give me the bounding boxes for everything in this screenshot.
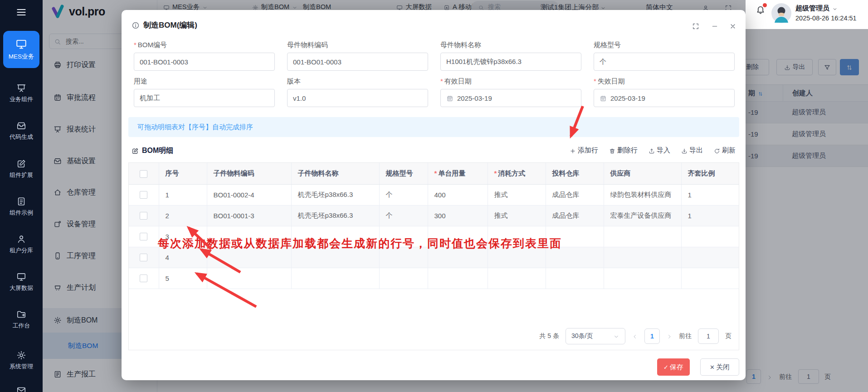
- rail-item-mes-business[interactable]: MES业务: [3, 31, 39, 68]
- next-page-icon[interactable]: [666, 333, 673, 340]
- rail-item-label: 组件扩展: [0, 171, 43, 179]
- page-size-select[interactable]: 30条/页: [566, 328, 625, 344]
- drag-sort-tip-text: 可拖动明细表对【序号】自动完成排序: [137, 123, 253, 132]
- effective-date-value: 2025-03-19: [457, 94, 492, 102]
- col-supplier: 供应商: [604, 163, 681, 184]
- page-size-value: 30条/页: [571, 332, 593, 340]
- goto-page-input[interactable]: [698, 328, 719, 344]
- import-icon: [649, 147, 655, 154]
- usage-field: [134, 89, 275, 107]
- collapse-menu-icon[interactable]: [15, 6, 27, 18]
- notification-dot: [763, 3, 767, 7]
- refresh-button[interactable]: 刷新: [714, 146, 736, 155]
- parent-name-input[interactable]: [441, 53, 581, 70]
- field-label-spec: 规格型号: [594, 41, 621, 49]
- col-child-code: 子件物料编码: [207, 163, 291, 184]
- field-label-parent-name: 母件物料名称: [440, 41, 481, 49]
- parent-code-field: [287, 53, 428, 71]
- rail-item-label: MES业务: [9, 53, 34, 61]
- effective-date-picker[interactable]: 2025-03-19: [440, 89, 581, 107]
- page-number[interactable]: 1: [644, 328, 660, 344]
- version-input[interactable]: [288, 89, 428, 107]
- bom-detail-title-text: BOM明细: [142, 146, 173, 156]
- table-row[interactable]: 5: [129, 268, 739, 289]
- import-label: 导入: [657, 146, 670, 155]
- dialog-title: 制造BOM(编辑): [132, 20, 197, 30]
- row-select-cell: [129, 184, 159, 205]
- col-kit-ratio: 齐套比例: [681, 163, 739, 184]
- expiry-date-value: 2025-03-19: [610, 94, 645, 102]
- usage-input[interactable]: [134, 89, 274, 107]
- export-button[interactable]: 导出: [681, 146, 703, 155]
- delete-row-button[interactable]: 删除行: [609, 146, 638, 155]
- col-consume-mode: *消耗方式: [488, 163, 546, 184]
- chevron-down-icon: [832, 5, 838, 12]
- annotation-text: 每次添加数据或从数据库加载都会生成新的行号，同时值也会保存到表里面: [158, 236, 562, 251]
- detail-pagination: 共 5 条 30条/页 1 前往 页: [539, 328, 731, 344]
- rail-item-code-generation[interactable]: 代码生成: [0, 121, 43, 141]
- refresh-icon: [714, 147, 720, 154]
- trash-icon: [609, 147, 615, 154]
- col-seq: 序号: [159, 163, 207, 184]
- table-row[interactable]: 1BO01-0002-4 机壳毛坯p38x66.3个 400推式 成品仓库绿韵包…: [129, 184, 739, 205]
- close-icon[interactable]: [729, 22, 736, 30]
- field-label-parent-code: 母件物料编码: [287, 41, 328, 49]
- export-label: 导出: [689, 146, 703, 155]
- export-icon: [681, 147, 688, 154]
- dialog-title-text: 制造BOM(编辑): [143, 20, 197, 30]
- row-checkbox[interactable]: [140, 233, 147, 240]
- bom-no-input[interactable]: [134, 53, 274, 70]
- plus-icon: [570, 147, 576, 154]
- rail-item-label: 系统管理: [0, 363, 43, 371]
- parent-code-input[interactable]: [288, 53, 428, 70]
- rail-item-mail[interactable]: [0, 386, 43, 392]
- col-warehouse: 投料仓库: [546, 163, 604, 184]
- rail-item-label: 业务组件: [0, 95, 43, 103]
- add-row-label: 添加行: [578, 146, 598, 155]
- total-count: 共 5 条: [539, 332, 559, 340]
- delete-row-label: 删除行: [617, 146, 638, 155]
- save-button[interactable]: ✓保存: [657, 358, 690, 376]
- rail-item-system-management[interactable]: 系统管理: [0, 350, 43, 371]
- import-button[interactable]: 导入: [649, 146, 670, 155]
- select-all-checkbox[interactable]: [140, 170, 147, 178]
- rail-item-component-examples[interactable]: 组件示例: [0, 196, 43, 217]
- row-checkbox[interactable]: [140, 254, 147, 261]
- rail-item-tenant-db[interactable]: 租户分库: [0, 234, 43, 255]
- expiry-date-picker[interactable]: 2025-03-19: [594, 89, 735, 107]
- row-checkbox[interactable]: [140, 212, 147, 220]
- table-header-row: 序号 子件物料编码 子件物料名称 规格型号 *单台用量 *消耗方式 投料仓库 供…: [129, 163, 739, 184]
- gear-icon: [16, 351, 26, 358]
- rail-item-big-screen-data[interactable]: 大屏数据: [0, 272, 43, 292]
- rail-item-workbench[interactable]: 工作台: [0, 309, 43, 330]
- close-button[interactable]: ✕关闭: [700, 358, 739, 376]
- app-root: MES业务 业务组件 代码生成 组件扩展 组件示例 租户分库 大屏数据 工作台: [0, 0, 868, 392]
- minimize-icon[interactable]: [711, 22, 718, 30]
- field-label-expiry-date: *失效日期: [594, 77, 625, 86]
- version-field: [287, 89, 428, 107]
- drag-sort-tip: 可拖动明细表对【序号】自动完成排序: [128, 117, 739, 137]
- goto-label: 前往: [679, 332, 692, 340]
- row-select-cell: [129, 268, 159, 289]
- bom-no-field: [134, 53, 275, 71]
- maximize-icon[interactable]: [692, 22, 699, 30]
- inbox-icon: [16, 122, 26, 128]
- bom-detail-table: 序号 子件物料编码 子件物料名称 规格型号 *单台用量 *消耗方式 投料仓库 供…: [129, 163, 739, 289]
- bom-detail-section-title: BOM明细: [132, 146, 173, 156]
- rail-item-component-extension[interactable]: 组件扩展: [0, 159, 43, 179]
- select-all-cell: [129, 163, 159, 184]
- bom-edit-dialog: 制造BOM(编辑) *BOM编号 母件物料编码 母件物料名称 规格型号: [122, 10, 746, 380]
- add-row-button[interactable]: 添加行: [570, 146, 598, 155]
- user-name[interactable]: 超级管理员: [795, 4, 838, 13]
- doc-icon: [16, 197, 26, 204]
- avatar[interactable]: [771, 3, 792, 24]
- prev-page-icon[interactable]: [632, 333, 638, 340]
- row-checkbox[interactable]: [140, 191, 147, 199]
- field-label-usage: 用途: [134, 77, 147, 86]
- spec-input[interactable]: [594, 53, 734, 70]
- rail-item-business-components[interactable]: 业务组件: [0, 83, 43, 103]
- table-row[interactable]: 2BO01-0001-3 机壳毛坯p38x66.3个 300推式 成品仓库宏泰生…: [129, 205, 739, 226]
- save-button-label: 保存: [670, 363, 683, 372]
- bell-icon[interactable]: [756, 5, 766, 15]
- row-checkbox[interactable]: [140, 274, 147, 282]
